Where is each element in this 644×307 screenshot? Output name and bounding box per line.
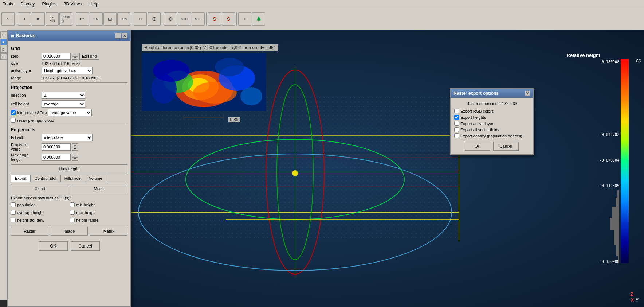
max-edge-length-input[interactable] — [42, 154, 71, 161]
height-range-checkbox[interactable] — [70, 218, 75, 222]
max-edge-down-btn[interactable]: ▼ — [72, 157, 78, 161]
settings-btn[interactable]: ⚙ — [164, 12, 177, 26]
rasterize-title: Rasterize — [16, 33, 35, 38]
empty-cell-value-input[interactable] — [42, 143, 71, 151]
sidebar-icon-3[interactable]: ◻ — [0, 46, 7, 53]
resample-checkbox[interactable] — [11, 118, 16, 123]
export-density-checkbox[interactable] — [454, 133, 459, 138]
export-dialog-content: Raster dimensions: 132 x 63 Export RGB c… — [451, 98, 533, 154]
export-heights-label: Export heights — [460, 115, 486, 120]
export-density-label: Export density (population per cell) — [460, 134, 522, 138]
cell-height-select[interactable]: average — [42, 100, 85, 108]
sidebar-icon-4[interactable]: ◻ — [0, 53, 7, 60]
max-height-checkbox[interactable] — [70, 210, 75, 215]
dialog-ok-btn[interactable]: OK — [39, 241, 68, 251]
population-label: population — [17, 203, 36, 207]
rasterize-titlebar: ⊞ Rasterize □ ✕ — [8, 31, 130, 41]
interpolate-checkbox[interactable] — [11, 110, 16, 115]
rasterize-icon: ⊞ — [11, 34, 14, 38]
y-axis-label: Y — [636, 298, 639, 303]
mesh-btn[interactable]: Mesh — [70, 184, 127, 193]
fill-with-select[interactable]: interpolate — [42, 134, 93, 141]
tabs-row: Export Contour plot Hillshade Volume — [11, 175, 127, 182]
export-options-dialog: Raster export options ✕ Raster dimension… — [450, 88, 534, 155]
svg-point-26 — [153, 60, 189, 82]
direction-select[interactable]: Z — [42, 92, 85, 99]
csv-btn[interactable]: CSV — [117, 12, 130, 26]
export-dialog-close-btn[interactable]: ✕ — [525, 91, 530, 96]
interpolate-select[interactable]: average value — [48, 109, 92, 116]
dialog-cancel-btn[interactable]: Cancel — [71, 241, 100, 251]
separator-5 — [206, 12, 207, 26]
edit-grid-btn[interactable]: Edit grid — [79, 53, 99, 60]
active-layer-label: active layer — [11, 69, 40, 73]
cursor-tool-btn[interactable]: ↖ — [1, 12, 15, 26]
globe-btn[interactable]: ⊕ — [148, 12, 161, 26]
add-btn[interactable]: ＋ — [18, 12, 31, 26]
step-input[interactable] — [42, 53, 71, 60]
active-layer-select[interactable]: Height grid values — [42, 67, 93, 74]
nc-btn[interactable]: N+C — [178, 12, 191, 26]
raster-image — [142, 53, 266, 111]
scale-value: 0.85 — [228, 117, 240, 122]
export-rgb-label: Export RGB colors — [460, 109, 494, 113]
export-cancel-btn[interactable]: Cancel — [493, 142, 519, 151]
color-scale-container — [621, 59, 629, 263]
export-heights-checkbox[interactable] — [454, 115, 459, 120]
sphere-btn[interactable]: ○ — [134, 12, 147, 26]
export-ok-btn[interactable]: OK — [465, 142, 490, 151]
cloud-btn[interactable]: Cloud — [11, 184, 68, 193]
export-active-layer-label: Export active layer — [460, 121, 493, 126]
tab-hillshade[interactable]: Hillshade — [60, 175, 85, 182]
s-dot-btn[interactable]: Ṡ — [222, 12, 235, 26]
tab-volume[interactable]: Volume — [85, 175, 106, 182]
height-std-dev-label: height std. dev. — [17, 218, 44, 222]
classify-btn[interactable]: Classify — [59, 12, 72, 26]
tree-icon-btn[interactable]: 🌲 — [252, 12, 265, 26]
empty-cell-down-btn[interactable]: ▼ — [72, 147, 78, 151]
raster-btn[interactable]: Raster — [11, 227, 48, 236]
dialog-ok-cancel: OK Cancel — [11, 241, 127, 251]
kd-btn[interactable]: Kd — [76, 12, 89, 26]
min-height-row: min height — [70, 202, 127, 207]
export-all-scalar-checkbox[interactable] — [454, 127, 459, 132]
fill-with-label: Fill with — [11, 135, 40, 140]
menu-3dviews[interactable]: 3D Views — [62, 1, 83, 7]
population-checkbox[interactable] — [11, 202, 16, 207]
sidebar-icon-2[interactable]: ◼ — [0, 39, 7, 45]
interpolate-row: interpolate SF(s) average value — [11, 109, 127, 116]
average-height-checkbox[interactable] — [11, 210, 16, 215]
grid-btn[interactable]: ⊞ — [103, 12, 117, 26]
menu-plugins[interactable]: Plugins — [40, 1, 58, 7]
maximize-btn[interactable]: □ — [115, 33, 121, 39]
menu-help[interactable]: Help — [88, 1, 100, 7]
export-rgb-checkbox[interactable] — [454, 109, 459, 113]
bottom-action-buttons: Raster Image Matrix — [11, 227, 127, 236]
calc-btn[interactable]: 🖩 — [32, 12, 45, 26]
left-sidebar: ◻ ◼ ◻ ◻ — [0, 30, 7, 300]
resample-row: resample input cloud — [11, 118, 127, 123]
matrix-btn[interactable]: Matrix — [90, 227, 127, 236]
height-icon-btn[interactable]: ↕ — [238, 12, 251, 26]
toolbar: ↖ ＋ 🖩 SFEdit Classify Kd FM ⊞ CSV ○ ⊕ ⚙ … — [0, 8, 644, 30]
update-grid-btn[interactable]: Update grid — [11, 164, 127, 173]
height-std-dev-checkbox[interactable] — [11, 218, 16, 222]
mls-btn[interactable]: MLS — [192, 12, 205, 26]
menu-tools[interactable]: Tools — [1, 1, 15, 7]
menu-display[interactable]: Display — [19, 1, 36, 7]
close-btn[interactable]: ✕ — [122, 33, 127, 39]
sidebar-icon-1[interactable]: ◻ — [0, 31, 7, 38]
s-curve-btn[interactable]: S — [208, 12, 221, 26]
sf-edit-btn[interactable]: SFEdit — [46, 12, 59, 26]
step-down-btn[interactable]: ▼ — [72, 56, 78, 60]
fm-btn[interactable]: FM — [90, 12, 103, 26]
tab-export[interactable]: Export — [11, 175, 31, 182]
empty-cell-up-btn[interactable]: ▲ — [72, 143, 78, 147]
max-edge-up-btn[interactable]: ▲ — [72, 154, 78, 157]
image-btn[interactable]: Image — [51, 227, 88, 236]
step-up-btn[interactable]: ▲ — [72, 53, 78, 56]
export-active-layer-checkbox[interactable] — [454, 121, 459, 126]
tab-contour[interactable]: Contour plot — [31, 175, 60, 182]
average-height-row: average height — [11, 210, 68, 215]
min-height-checkbox[interactable] — [70, 202, 75, 207]
